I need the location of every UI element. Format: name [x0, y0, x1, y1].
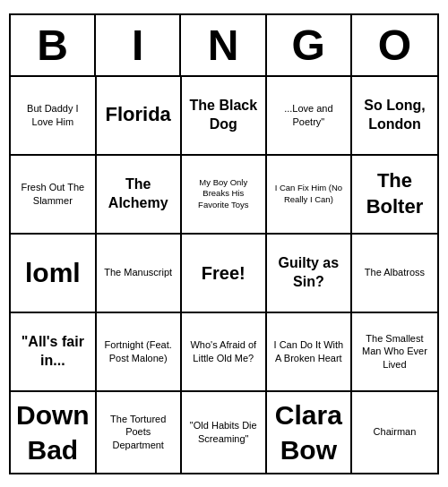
bingo-cell-4: So Long, London [352, 77, 437, 156]
bingo-cell-11: The Manuscript [97, 235, 182, 313]
bingo-cell-5: Fresh Out The Slammer [11, 156, 97, 235]
bingo-cell-2: The Black Dog [182, 77, 267, 156]
bingo-grid: But Daddy I Love HimFloridaThe Black Dog… [11, 77, 437, 473]
bingo-header: BINGO [11, 15, 437, 77]
bingo-cell-23: Clara Bow [267, 392, 352, 473]
cell-text-3: ...Love and Poetry" [272, 102, 345, 128]
bingo-cell-8: I Can Fix Him (No Really I Can) [267, 156, 352, 235]
bingo-cell-16: Fortnight (Feat. Post Malone) [97, 313, 182, 392]
bingo-cell-0: But Daddy I Love Him [11, 77, 97, 156]
bingo-letter-i: I [96, 15, 181, 75]
cell-text-17: Who's Afraid of Little Old Me? [187, 338, 260, 364]
bingo-cell-20: Down Bad [11, 392, 97, 473]
cell-text-21: The Tortured Poets Department [102, 413, 175, 451]
cell-text-1: Florida [106, 102, 171, 128]
cell-text-18: I Can Do It With A Broken Heart [272, 338, 345, 364]
bingo-cell-24: Chairman [352, 392, 437, 473]
cell-text-9: The Bolter [358, 168, 432, 219]
bingo-cell-6: The Alchemy [97, 156, 182, 235]
bingo-letter-o: O [352, 15, 437, 75]
bingo-cell-3: ...Love and Poetry" [267, 77, 352, 156]
bingo-letter-n: N [181, 15, 266, 75]
cell-text-7: My Boy Only Breaks His Favorite Toys [187, 177, 260, 210]
bingo-cell-14: The Albatross [352, 235, 437, 313]
cell-text-15: "All's fair in... [16, 333, 90, 371]
bingo-cell-9: The Bolter [352, 156, 437, 235]
bingo-cell-15: "All's fair in... [11, 313, 97, 392]
cell-text-13: Guilty as Sin? [272, 254, 345, 292]
cell-text-14: The Albatross [365, 266, 425, 278]
bingo-cell-17: Who's Afraid of Little Old Me? [182, 313, 267, 392]
bingo-cell-19: The Smallest Man Who Ever Lived [352, 313, 437, 392]
cell-text-0: But Daddy I Love Him [16, 102, 90, 128]
bingo-cell-13: Guilty as Sin? [267, 235, 352, 313]
bingo-cell-7: My Boy Only Breaks His Favorite Toys [182, 156, 267, 235]
bingo-cell-10: loml [11, 235, 97, 313]
cell-text-12: Free! [202, 261, 246, 285]
cell-text-24: Chairman [374, 425, 417, 438]
cell-text-5: Fresh Out The Slammer [16, 181, 90, 207]
cell-text-20: Down Bad [16, 397, 90, 467]
bingo-cell-1: Florida [97, 77, 182, 156]
cell-text-2: The Black Dog [187, 97, 260, 134]
cell-text-22: "Old Habits Die Screaming" [187, 419, 260, 445]
cell-text-23: Clara Bow [272, 397, 345, 467]
cell-text-19: The Smallest Man Who Ever Lived [358, 332, 432, 371]
bingo-cell-22: "Old Habits Die Screaming" [182, 392, 267, 473]
bingo-cell-21: The Tortured Poets Department [97, 392, 182, 473]
cell-text-16: Fortnight (Feat. Post Malone) [102, 338, 175, 364]
cell-text-11: The Manuscript [104, 266, 172, 278]
bingo-cell-18: I Can Do It With A Broken Heart [267, 313, 352, 392]
bingo-cell-12: Free! [182, 235, 267, 313]
cell-text-10: loml [25, 255, 81, 290]
bingo-letter-b: B [11, 15, 96, 75]
cell-text-8: I Can Fix Him (No Really I Can) [272, 183, 345, 205]
cell-text-6: The Alchemy [102, 175, 175, 213]
cell-text-4: So Long, London [358, 97, 432, 134]
bingo-letter-g: G [267, 15, 352, 75]
bingo-card: BINGO But Daddy I Love HimFloridaThe Bla… [9, 13, 439, 474]
